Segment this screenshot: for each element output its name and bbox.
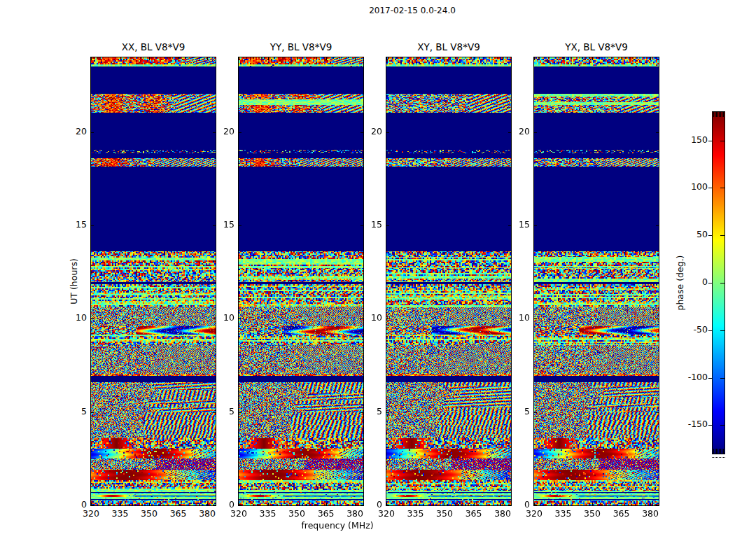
y-tick-label: 15	[510, 219, 530, 230]
colorbar-tick-label: -100	[680, 372, 708, 383]
y-tick-label: 10	[215, 312, 234, 323]
x-tick-label: 335	[550, 508, 578, 519]
y-tick-label: 20	[67, 126, 87, 137]
y-tick-label: 10	[363, 312, 382, 323]
colorbar-tick-mark	[708, 188, 712, 188]
colorbar-tick-label: 50	[680, 229, 708, 240]
x-tick-label: 335	[106, 508, 134, 519]
x-tick-label: 350	[135, 508, 163, 519]
figure-title: 2017-02-15 0.0-24.0	[369, 6, 456, 15]
x-tick-label: 350	[283, 508, 311, 519]
heatmap-panel-yx	[533, 57, 659, 506]
x-tick-label: 320	[372, 508, 400, 519]
heatmap-panel-yy	[238, 57, 364, 506]
x-tick-label: 365	[164, 508, 192, 519]
colorbar-tick-mark	[708, 283, 712, 284]
y-tick-label: 5	[510, 406, 530, 417]
x-tick-label: 335	[402, 508, 430, 519]
x-tick-label: 380	[636, 508, 664, 519]
colorbar-tick-label: -50	[680, 324, 708, 335]
y-tick-label: 5	[363, 406, 382, 417]
panel-title: XY, BL V8*V9	[386, 41, 511, 52]
y-tick-label: 20	[215, 126, 234, 137]
colorbar-bottom-dots	[712, 457, 725, 458]
x-tick-label: 365	[460, 508, 488, 519]
x-tick-label: 320	[520, 508, 548, 519]
y-tick-label: 20	[510, 126, 530, 137]
y-tick-label: 10	[67, 312, 87, 323]
y-tick-label: 15	[215, 219, 234, 230]
x-tick-label: 350	[430, 508, 458, 519]
x-axis-label: frequency (MHz)	[301, 520, 373, 531]
panel-title: XX, BL V8*V9	[91, 41, 216, 52]
y-tick-label: 20	[363, 126, 382, 137]
colorbar-tick-label: 100	[680, 181, 708, 192]
heatmap-panel-xx	[90, 57, 216, 506]
x-tick-label: 320	[225, 508, 253, 519]
colorbar-tick-mark	[708, 141, 712, 141]
colorbar-tick-mark	[708, 330, 712, 331]
y-tick-label: 5	[67, 406, 87, 417]
y-tick-label: 10	[510, 312, 530, 323]
y-axis-label: UT (hours)	[69, 258, 79, 304]
panel-title: YY, BL V8*V9	[239, 41, 363, 52]
x-tick-label: 335	[254, 508, 282, 519]
colorbar-tick-label: -150	[680, 419, 708, 430]
colorbar-gradient	[712, 111, 725, 454]
x-tick-label: 365	[608, 508, 636, 519]
y-tick-label: 15	[67, 219, 87, 230]
heatmap-panel-xy	[386, 57, 512, 506]
colorbar-tick-mark	[708, 235, 712, 236]
x-tick-label: 350	[578, 508, 606, 519]
colorbar-tick-mark	[708, 378, 712, 379]
y-tick-label: 15	[363, 219, 382, 230]
colorbar-tick-label: 150	[680, 134, 708, 146]
figure: 2017-02-15 0.0-24.0 XX, BL V8*V905101520…	[0, 0, 735, 560]
colorbar-tick-label: 0	[680, 276, 708, 288]
y-tick-label: 5	[215, 406, 234, 417]
x-tick-label: 365	[312, 508, 340, 519]
panel-title: YX, BL V8*V9	[534, 41, 659, 52]
colorbar-tick-mark	[708, 425, 712, 426]
x-tick-label: 320	[77, 508, 105, 519]
